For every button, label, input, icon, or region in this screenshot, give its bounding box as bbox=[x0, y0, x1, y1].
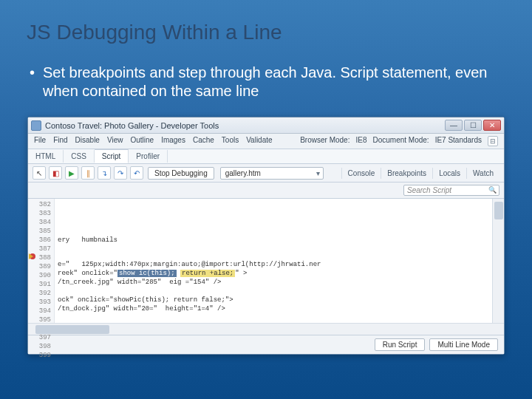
pause-icon[interactable]: ∥ bbox=[81, 166, 95, 180]
rtab-console[interactable]: Console bbox=[341, 168, 381, 179]
rtab-breakpoints[interactable]: Breakpoints bbox=[381, 168, 432, 179]
browser-mode-label: Browser Mode: bbox=[300, 136, 349, 146]
menu-validate[interactable]: Validate bbox=[246, 136, 272, 146]
line-num: 393 bbox=[30, 298, 51, 307]
menu-view[interactable]: View bbox=[107, 136, 123, 146]
close-button[interactable]: ✕ bbox=[483, 120, 501, 131]
footer-bar: Run Script Multi Line Mode bbox=[28, 335, 504, 354]
browser-mode-value[interactable]: IE8 bbox=[355, 136, 366, 146]
maximize-button[interactable]: ☐ bbox=[464, 120, 482, 131]
devtools-window: Contoso Travel: Photo Gallery - Develope… bbox=[27, 117, 505, 355]
line-num: 387 bbox=[30, 245, 51, 253]
code-area: 382 383 384 385 386 387 388 389 390 391 … bbox=[28, 199, 504, 323]
rtab-watch[interactable]: Watch bbox=[466, 168, 499, 179]
line-gutter[interactable]: 382 383 384 385 386 387 388 389 390 391 … bbox=[28, 199, 55, 323]
select-element-icon[interactable]: ↖ bbox=[33, 166, 46, 180]
menu-tools[interactable]: Tools bbox=[222, 136, 239, 146]
code-content[interactable]: ery humbnails e=" 125px;width:470px;marg… bbox=[55, 199, 492, 323]
line-num: 384 bbox=[30, 218, 51, 227]
search-input[interactable]: Search Script bbox=[403, 185, 499, 196]
tab-profiler[interactable]: Profiler bbox=[129, 150, 168, 163]
doc-mode-label: Document Mode: bbox=[372, 136, 429, 146]
menu-disable[interactable]: Disable bbox=[75, 136, 100, 146]
step-into-icon[interactable]: ↴ bbox=[98, 166, 111, 180]
minimize-button[interactable]: — bbox=[445, 120, 463, 131]
menu-outline[interactable]: Outline bbox=[130, 136, 154, 146]
rtab-locals[interactable]: Locals bbox=[432, 168, 466, 179]
line-num: 382 bbox=[30, 200, 51, 209]
doc-mode-value[interactable]: IE7 Standards bbox=[435, 136, 482, 146]
break-icon[interactable]: ◧ bbox=[49, 166, 62, 180]
scroll-thumb[interactable] bbox=[494, 202, 503, 219]
window-title: Contoso Travel: Photo Gallery - Develope… bbox=[45, 121, 445, 130]
window-titlebar: Contoso Travel: Photo Gallery - Develope… bbox=[28, 117, 504, 134]
current-line-arrow-icon bbox=[29, 253, 33, 259]
menu-cache[interactable]: Cache bbox=[193, 136, 214, 146]
stop-debugging-button[interactable]: Stop Debugging bbox=[148, 167, 214, 180]
debug-toolbar: ↖ ◧ ▶ ∥ ↴ ↷ ↶ Stop Debugging gallery.htm… bbox=[28, 164, 504, 183]
menu-bar: File Find Disable View Outline Images Ca… bbox=[28, 134, 504, 149]
step-out-icon[interactable]: ↶ bbox=[130, 166, 143, 180]
line-num: 394 bbox=[30, 307, 51, 316]
line-num: 399 bbox=[30, 351, 51, 360]
search-row: Search Script bbox=[28, 183, 504, 199]
horizontal-scrollbar[interactable] bbox=[28, 324, 504, 335]
line-num: 398 bbox=[30, 342, 51, 351]
line-num: 385 bbox=[30, 227, 51, 236]
menu-images[interactable]: Images bbox=[161, 136, 185, 146]
unpin-icon[interactable]: ⊟ bbox=[488, 136, 498, 146]
line-num: 386 bbox=[30, 236, 51, 245]
menu-file[interactable]: File bbox=[34, 136, 46, 146]
tab-html[interactable]: HTML bbox=[28, 150, 64, 163]
tab-css[interactable]: CSS bbox=[64, 150, 95, 163]
tab-script[interactable]: Script bbox=[95, 149, 129, 163]
slide-title: JS Debugging Within a Line bbox=[27, 21, 505, 44]
line-num: 392 bbox=[30, 289, 51, 298]
step-over-icon[interactable]: ↷ bbox=[114, 166, 127, 180]
menu-find[interactable]: Find bbox=[53, 136, 67, 146]
app-icon bbox=[31, 120, 41, 131]
continue-icon[interactable]: ▶ bbox=[65, 166, 78, 180]
line-num: 390 bbox=[30, 271, 51, 280]
slide-bullet: Set breakpoints and step through each Ja… bbox=[27, 64, 505, 100]
run-script-button[interactable]: Run Script bbox=[375, 338, 426, 351]
line-num: 389 bbox=[30, 262, 51, 271]
line-num: 383 bbox=[30, 209, 51, 218]
vertical-scrollbar[interactable] bbox=[492, 199, 504, 323]
file-dropdown[interactable]: gallery.htm bbox=[220, 167, 324, 180]
line-num: 391 bbox=[30, 280, 51, 289]
multiline-button[interactable]: Multi Line Mode bbox=[429, 338, 498, 351]
scroll-thumb[interactable] bbox=[35, 325, 109, 334]
main-tabs: HTML CSS Script Profiler bbox=[28, 149, 504, 164]
